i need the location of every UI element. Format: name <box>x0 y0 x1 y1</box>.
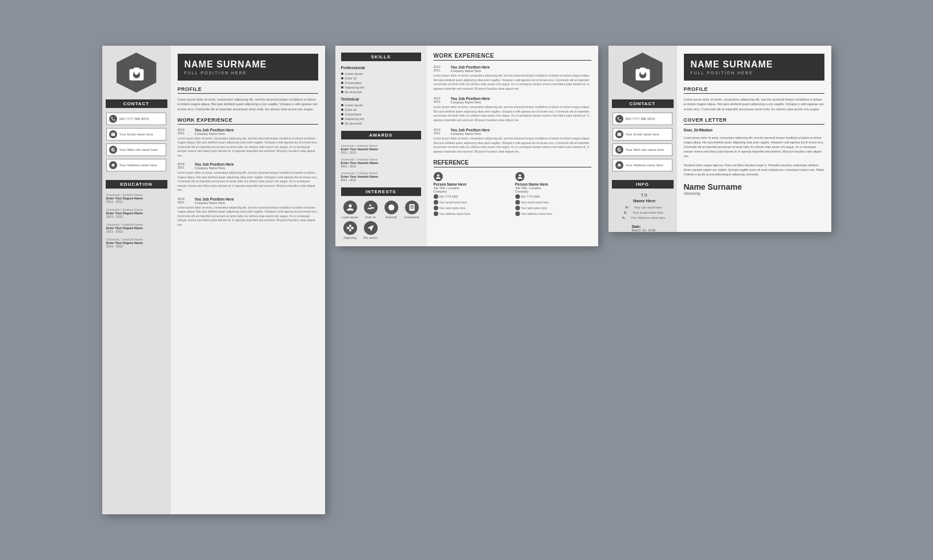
ref2-address: Your address name here <box>515 211 591 216</box>
education-label: EDUCATION <box>106 180 167 189</box>
hexagon-shape <box>117 53 157 93</box>
cover-letter-card: CONTACT 000 7777 888 9879 Your Email nam… <box>608 46 831 232</box>
home-icon-3 <box>615 161 623 169</box>
we-title: WORK EXPERIENCE <box>434 53 591 61</box>
resume-card-1: CONTACT 000 7777 888 9879 Your Email nam… <box>102 46 325 514</box>
we-entry-2: 2019 2021 You Job Position Here Company … <box>434 97 591 122</box>
we-entry-1: 2010 2021 You Job Position Here Company … <box>434 65 591 91</box>
work-entry-1-2: 2018 2021 You Job Position Here Company … <box>178 162 318 193</box>
work-entry-1-3: 2019 2021 You Job Position Here Company … <box>178 197 318 227</box>
email-icon <box>109 130 117 138</box>
profile-text-1: Lorem ipsum dolor sit amet, consectetur … <box>178 97 318 111</box>
resume-position-3: FULL POSITION HERE <box>691 71 818 75</box>
resume-position-1: FULL POSITION HERE <box>185 71 311 75</box>
awards-label: AWARDS <box>341 131 421 139</box>
award-3: University / Institute Name Enter Your A… <box>341 171 421 182</box>
professional-title: Professional <box>341 66 421 70</box>
info-email-row: E: Your email name here <box>622 211 663 214</box>
phone-icon <box>109 115 117 123</box>
ref2-phone: 000 7778 5969 <box>515 194 591 199</box>
resume-name-3: NAME SURNAME <box>691 59 818 70</box>
home-icon <box>109 161 117 169</box>
ref-person-2: Person Name Here Job Title / Location Co… <box>515 172 591 216</box>
skill-pro-3: Consectetur <box>341 81 421 85</box>
skill-pro-2: Dolor sit <box>341 77 421 80</box>
edu-item-3: University / Institute Name Enter Your D… <box>106 223 167 233</box>
middle-card: SKILLS Professional Lorem ipsum Dolor si… <box>335 46 598 246</box>
info-phone-row: P: Your call name here <box>623 206 662 209</box>
ref1-phone: 000 7778 5969 <box>434 194 510 199</box>
contact-phone: 000 7777 888 9879 <box>106 113 167 125</box>
interest-3: Eiusmod <box>382 201 401 219</box>
middle-left: SKILLS Professional Lorem ipsum Dolor si… <box>335 46 427 246</box>
sidebar-3: CONTACT 000 7777 888 9879 Your Email nam… <box>608 46 677 232</box>
contact-email-3: Your Email name here <box>612 128 673 141</box>
cover-signature-name: Name Surname <box>684 182 824 191</box>
skill-pro-4: Adipiscing elit <box>341 86 421 89</box>
middle-right: WORK EXPERIENCE 2010 2021 You Job Positi… <box>427 46 598 246</box>
profile-title-3: PROFILE <box>684 86 824 94</box>
edu-item-1: University / Institute Name Enter Your D… <box>106 193 167 203</box>
award-2: University / Institute Name Enter Your A… <box>341 158 421 168</box>
technical-title: Technical <box>341 97 421 101</box>
email-icon-3 <box>615 130 623 138</box>
photo-hexagon-3 <box>623 53 663 93</box>
game-icon <box>343 221 357 235</box>
name-block-1: NAME SURNAME FULL POSITION HERE <box>178 54 318 81</box>
photo-hexagon <box>117 53 157 93</box>
skill-tech-4: Adipiscing elit <box>341 117 421 121</box>
swim-icon <box>364 201 378 214</box>
hexagon-shape-3 <box>623 53 663 93</box>
contact-address-3: Your Address name here <box>612 159 673 171</box>
info-to: T O <box>638 193 647 197</box>
ref1-address: Your address name here <box>434 211 510 216</box>
skill-pro-5: Do eiusmod <box>341 90 421 94</box>
stage: CONTACT 000 7777 888 9879 Your Email nam… <box>85 23 848 537</box>
skill-pro-1: Lorem ipsum <box>341 72 421 75</box>
reference-title: REFERENCE <box>434 159 591 167</box>
cover-greeting: Dear, Sir/Madam <box>684 128 824 132</box>
cover-closing: Sincerely, <box>684 191 824 195</box>
ref2-email: Your email name here <box>515 200 591 205</box>
info-label: INFO <box>612 180 674 189</box>
edu-item-2: University / Institute Name Enter Your D… <box>106 208 167 218</box>
profile-text-3: Lorem ipsum dolor sit amet, consectetur … <box>684 97 824 111</box>
interest-6: Elit, sed do <box>362 221 380 239</box>
interest-1: Lorem ipsum <box>341 201 359 219</box>
skills-label: SKILLS <box>341 53 421 61</box>
interest-2: Dolor sit <box>362 201 380 219</box>
address-text: Your Address name here <box>119 163 157 167</box>
work-exp-title-1: WORK EXPERIENCE <box>178 117 318 125</box>
main-content-1: NAME SURNAME FULL POSITION HERE PROFILE … <box>171 46 325 514</box>
book-icon <box>405 201 419 214</box>
profile-title-1: PROFILE <box>178 86 318 94</box>
sidebar-1: CONTACT 000 7777 888 9879 Your Email nam… <box>102 46 171 514</box>
name-block-3: NAME SURNAME FULL POSITION HERE <box>684 54 824 81</box>
camera-icon-3 <box>634 64 651 81</box>
phone-text: 000 7777 888 9879 <box>119 117 149 121</box>
interest-4: Consectetur <box>403 201 421 219</box>
third-main: NAME SURNAME FULL POSITION HERE PROFILE … <box>677 46 831 232</box>
ref-person-icon-1 <box>434 172 443 181</box>
contact-web: Your Web site name here <box>106 143 167 156</box>
skill-tech-5: Do eiusmod <box>341 122 421 125</box>
web-icon-3 <box>615 146 623 154</box>
info-name: Name Here <box>630 198 655 203</box>
cover-letter-title: COVER LETTER <box>684 117 824 125</box>
ref-person-1: Person Name Here Job Title / Location Co… <box>434 172 510 216</box>
reference-grid: Person Name Here Job Title / Location Co… <box>434 172 591 216</box>
skill-tech-1: Lorem ipsum <box>341 103 421 107</box>
interests-label: INTERESTS <box>341 187 421 196</box>
date-block: Date: March 20, 2030 <box>630 225 656 232</box>
bowling-icon <box>385 201 398 214</box>
phone-icon-3 <box>615 115 623 123</box>
resume-name-1: NAME SURNAME <box>185 59 311 70</box>
work-entry-1-1: 2019 2021 You Job Position Here Company … <box>178 128 318 158</box>
web-text: Your Web site name here <box>119 148 158 151</box>
email-text: Your Email name here <box>119 133 153 136</box>
skill-tech-3: Consectetur <box>341 113 421 116</box>
info-address-row: A: Your Address name here <box>620 216 665 219</box>
ref2-web: Your web name here <box>515 206 591 210</box>
cover-body: Lorem ipsum dolor sit amet, consectetur … <box>684 135 824 177</box>
ref1-web: Your web name here <box>434 206 510 210</box>
